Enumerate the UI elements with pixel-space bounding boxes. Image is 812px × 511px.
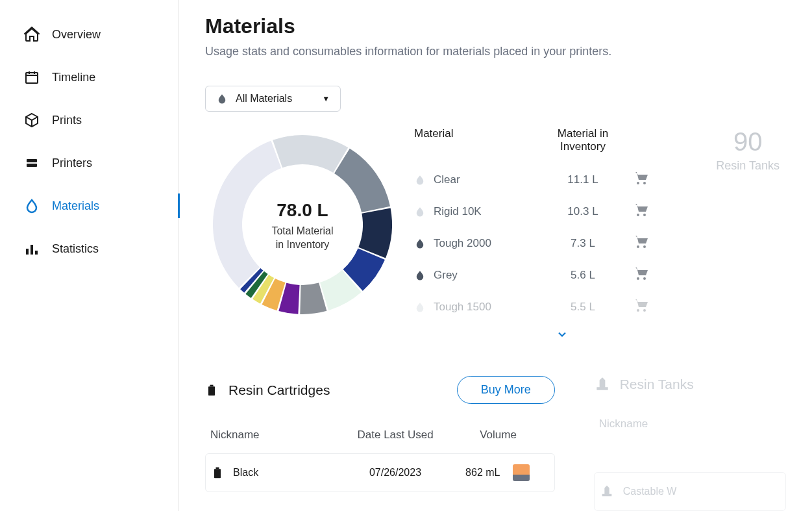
svg-rect-8 — [214, 469, 221, 478]
cartridge-volume: 862 mL — [465, 467, 500, 479]
material-row[interactable]: Clear11.1 L — [414, 164, 709, 195]
svg-rect-2 — [27, 164, 37, 167]
svg-rect-3 — [26, 249, 29, 255]
shop-button[interactable] — [622, 170, 661, 189]
svg-rect-0 — [26, 73, 38, 83]
shop-button[interactable] — [622, 297, 661, 316]
sidebar-item-label: Timeline — [52, 71, 95, 84]
donut-label: Total Materialin Inventory — [271, 225, 333, 252]
cart-icon — [634, 266, 649, 281]
material-name: Rigid 10K — [434, 205, 482, 218]
material-row[interactable]: Tough 15005.5 L — [414, 291, 709, 323]
buy-more-button[interactable]: Buy More — [457, 376, 555, 404]
material-name: Tough 1500 — [434, 301, 491, 314]
shop-button[interactable] — [622, 234, 661, 253]
sidebar-item-printers[interactable]: Printers — [0, 142, 178, 184]
col-header-volume: Volume — [447, 429, 549, 442]
drop-icon — [23, 197, 40, 214]
inventory-donut-chart: 78.0 L Total Materialin Inventory — [205, 127, 400, 325]
tank-label: Resin Tanks — [716, 159, 780, 173]
svg-rect-5 — [35, 251, 38, 255]
svg-rect-6 — [208, 386, 215, 395]
section-title: Resin Tanks — [620, 377, 786, 392]
cart-icon — [634, 234, 649, 249]
material-table: Material Material in Inventory Clear11.1… — [414, 127, 709, 343]
drop-icon — [414, 206, 426, 218]
cartridge-date: 07/26/2023 — [344, 467, 447, 479]
col-header-date: Date Last Used — [344, 429, 447, 442]
drop-icon — [414, 238, 426, 249]
material-inventory: 11.1 L — [544, 173, 622, 186]
resin-tanks-summary[interactable]: 90 Resin Tanks — [716, 127, 786, 173]
calendar-icon — [23, 69, 40, 86]
tank-count: 90 — [716, 127, 780, 156]
col-header-material: Material — [414, 127, 544, 153]
sidebar-item-timeline[interactable]: Timeline — [0, 56, 178, 99]
sidebar-item-materials[interactable]: Materials — [0, 184, 178, 227]
cart-icon — [634, 202, 649, 218]
material-inventory: 10.3 L — [544, 205, 622, 218]
material-inventory: 5.5 L — [544, 301, 622, 314]
material-name: Grey — [434, 269, 458, 282]
bar-chart-icon — [23, 240, 40, 257]
home-icon — [23, 26, 40, 43]
cube-icon — [23, 112, 40, 129]
sidebar-item-statistics[interactable]: Statistics — [0, 227, 178, 270]
cartridge-icon — [211, 465, 224, 480]
material-name: Tough 2000 — [434, 237, 491, 250]
cartridge-icon — [205, 382, 218, 398]
shop-button[interactable] — [622, 202, 661, 221]
printer-icon — [23, 155, 40, 171]
drop-icon — [414, 269, 426, 281]
col-header-nickname: Nickname — [599, 418, 781, 430]
sidebar-item-label: Prints — [52, 114, 82, 127]
tank-name: Castable W — [623, 486, 677, 497]
tank-row[interactable]: Castable W — [594, 472, 786, 511]
svg-rect-1 — [27, 159, 37, 162]
material-row[interactable]: Tough 20007.3 L — [414, 227, 709, 259]
main-content: Materials Usage stats and consumables in… — [179, 0, 812, 511]
sidebar: Overview Timeline Prints Printers Materi… — [0, 0, 179, 511]
section-title: Resin Cartridges — [228, 382, 447, 398]
cartridge-row[interactable]: Black 07/26/2023 862 mL — [205, 453, 555, 492]
material-row[interactable]: Grey5.6 L — [414, 259, 709, 291]
chevron-down-icon — [556, 328, 569, 341]
material-name: Clear — [434, 173, 460, 186]
drop-icon — [216, 93, 228, 105]
tank-icon — [594, 376, 611, 393]
shop-button[interactable] — [622, 266, 661, 284]
col-header-nickname: Nickname — [210, 429, 344, 442]
page-subtitle: Usage stats and consumables information … — [205, 45, 786, 58]
material-inventory: 5.6 L — [544, 269, 622, 282]
filter-label: All Materials — [236, 93, 292, 105]
cart-icon — [634, 297, 649, 313]
cartridge-name: Black — [233, 467, 258, 479]
svg-rect-9 — [216, 467, 219, 469]
sidebar-item-prints[interactable]: Prints — [0, 99, 178, 142]
material-inventory: 7.3 L — [544, 237, 622, 250]
col-header-inventory: Material in Inventory — [544, 127, 622, 153]
svg-rect-4 — [31, 245, 33, 255]
sidebar-item-overview[interactable]: Overview — [0, 13, 178, 56]
donut-value: 78.0 L — [271, 200, 333, 221]
caret-down-icon: ▼ — [322, 94, 330, 103]
material-filter-select[interactable]: All Materials ▼ — [205, 86, 341, 112]
expand-rows-button[interactable] — [414, 323, 709, 343]
cart-icon — [634, 170, 649, 186]
sidebar-item-label: Statistics — [52, 242, 99, 256]
resin-cartridges-section: Resin Cartridges Buy More Nickname Date … — [205, 376, 555, 511]
volume-swatch-icon — [513, 464, 530, 481]
material-row[interactable]: Rigid 10K10.3 L — [414, 195, 709, 227]
drop-icon — [414, 174, 426, 186]
drop-icon — [414, 301, 426, 313]
sidebar-item-label: Overview — [52, 28, 101, 42]
tank-icon — [600, 484, 614, 499]
svg-rect-7 — [210, 384, 214, 386]
sidebar-item-label: Printers — [52, 156, 92, 170]
page-title: Materials — [205, 14, 786, 38]
sidebar-item-label: Materials — [52, 199, 99, 213]
resin-tanks-section: Resin Tanks Nickname Castable W — [594, 376, 786, 511]
